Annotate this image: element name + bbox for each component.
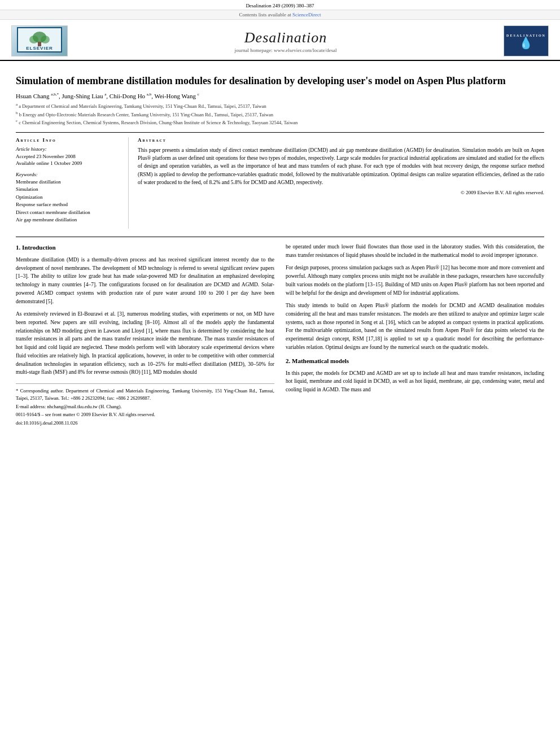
journal-homepage: journal homepage: www.elsevier.com/locat… [68, 47, 504, 53]
abstract-title: Abstract [138, 137, 544, 143]
keyword-3: Optimization [16, 194, 121, 202]
svg-point-2 [29, 36, 38, 43]
article-info-title: Article Info [16, 137, 121, 143]
accepted-date: Accepted 23 November 2008 [16, 153, 121, 160]
contents-text: Contents lists available at [239, 12, 291, 18]
journal-header: ELSEVIER Desalination journal homepage: … [0, 20, 560, 61]
elsevier-inner: ELSEVIER [12, 26, 67, 56]
contents-bar: Contents lists available at ScienceDirec… [0, 10, 560, 20]
right-para-3: This study intends to build on Aspen Plu… [286, 302, 544, 351]
affil-a: a a Department of Chemical and Materials… [16, 102, 544, 110]
desalination-drop-icon: 💧 [519, 37, 533, 49]
keyword-5: Direct contact membrane distillation [16, 209, 121, 217]
authors-text: Hsuan Chang a,b,*, Jung-Shing Liau a, Ch… [16, 93, 199, 99]
footnote-corresponding: * Corresponding author. Department of Ch… [16, 387, 274, 402]
keyword-4: Response surface method [16, 201, 121, 209]
footnote-area: * Corresponding author. Department of Ch… [16, 383, 274, 427]
affil-b: b b Energy and Opto-Electronic Materials… [16, 110, 544, 119]
affil-c: c c Chemical Engineering Section, Chemic… [16, 118, 544, 126]
article-content: Simulation of membrane distillation modu… [0, 61, 560, 434]
intro-para-1: Membrane distillation (MD) is a thermall… [16, 256, 274, 305]
copyright-line: © 2009 Elsevier B.V. All rights reserved… [138, 190, 544, 195]
journal-ref-line: Desalination 249 (2009) 380–387 [0, 0, 560, 10]
section2-para-1: In this paper, the models for DCMD and A… [286, 369, 544, 394]
keywords-list: Membrane distillation Simulation Optimiz… [16, 178, 121, 224]
body-col-left: 1. Introduction Membrane distillation (M… [16, 243, 274, 428]
history-label: Article history: [16, 146, 121, 152]
desalination-logo: DESALINATION 💧 [504, 25, 549, 56]
svg-text:ELSEVIER: ELSEVIER [26, 46, 53, 51]
sciencedirect-link[interactable]: ScienceDirect [292, 12, 321, 18]
keywords-subsection: Keywords: Membrane distillation Simulati… [16, 172, 121, 224]
header-content: ELSEVIER Desalination journal homepage: … [11, 22, 549, 60]
affiliations: a a Department of Chemical and Materials… [16, 102, 544, 126]
authors-line: Hsuan Chang a,b,*, Jung-Shing Liau a, Ch… [16, 92, 544, 99]
journal-name: Desalination [68, 29, 504, 46]
section1-heading: 1. Introduction [16, 243, 274, 252]
journal-title-center: Desalination journal homepage: www.elsev… [68, 29, 504, 53]
keywords-label: Keywords: [16, 172, 121, 177]
available-date: Available online 1 October 2009 [16, 160, 121, 167]
section2-heading: 2. Mathematical models [286, 356, 544, 366]
footnote-email: E-mail address: nhchang@mail.tku.edu.tw … [16, 403, 274, 410]
keyword-2: Simulation [16, 186, 121, 194]
keyword-1: Membrane distillation [16, 178, 121, 186]
info-abstract-row: Article Info Article history: Accepted 2… [16, 132, 544, 229]
page: Desalination 249 (2009) 380–387 Contents… [0, 0, 560, 747]
intro-para-2: As extensively reviewed in El-Bourawi et… [16, 310, 274, 377]
right-para-2: For design purposes, process simulation … [286, 264, 544, 297]
history-subsection: Article history: Accepted 23 November 20… [16, 146, 121, 167]
right-para-1: be operated under much lower fluid flowr… [286, 243, 544, 259]
homepage-text: journal homepage: www.elsevier.com/locat… [235, 47, 337, 53]
journal-ref: Desalination 249 (2009) 380–387 [246, 3, 314, 8]
body-col-right: be operated under much lower fluid flowr… [286, 243, 544, 428]
abstract-text: This paper presents a simulation study o… [138, 146, 544, 186]
abstract-col: Abstract This paper presents a simulatio… [138, 137, 544, 229]
svg-point-3 [41, 36, 50, 43]
keyword-6: Air gap membrane distillation [16, 216, 121, 224]
elsevier-logo: ELSEVIER [11, 25, 68, 56]
article-info: Article Info Article history: Accepted 2… [16, 137, 129, 229]
footnote-issn: 0011-9164/$ – see front matter © 2009 El… [16, 411, 274, 418]
article-title: Simulation of membrane distillation modu… [16, 75, 544, 88]
body-two-col: 1. Introduction Membrane distillation (M… [16, 237, 544, 428]
footnote-doi: doi:10.1016/j.desal.2008.11.026 [16, 420, 274, 427]
